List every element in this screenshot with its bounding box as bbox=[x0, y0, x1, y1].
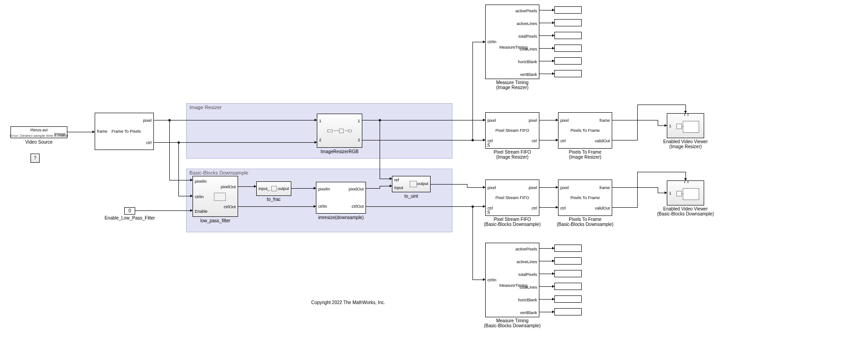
video-source-caption: Video Source bbox=[10, 140, 67, 145]
help-icon: ? bbox=[34, 155, 36, 160]
lpf-in1: pixelIn bbox=[195, 179, 207, 184]
fifo1-cap: Pixel Stream FIFO bbox=[485, 150, 539, 155]
viewer2-sub: (Basic-Blocks Downsample) bbox=[655, 211, 716, 216]
fifo2-sub: (Basic-Blocks Downsample) bbox=[476, 222, 548, 227]
mt2-disp-0 bbox=[554, 245, 582, 252]
mt2-p0: activePixels bbox=[515, 247, 537, 251]
fifo2-cap: Pixel Stream FIFO bbox=[476, 217, 548, 222]
fifo2-name: Pixel Stream FIFO bbox=[486, 195, 539, 200]
downsample-block[interactable]: pixelIn ctrlIn pixelOut ctrlOut bbox=[316, 182, 366, 214]
tofrac-out: output bbox=[278, 186, 289, 191]
image-resizer-block[interactable]: 1 2 1 2 bbox=[317, 114, 362, 148]
lpf-in2: ctrlIn bbox=[195, 195, 204, 199]
viewer1-sub: (Image Resizer) bbox=[660, 144, 711, 149]
enable-caption: Enable_Low_Pass_Filter bbox=[101, 215, 158, 220]
fifo-resizer-block[interactable]: pixel ctrl pixel ctrl Pixel Stream FIFO … bbox=[485, 112, 539, 149]
mt1-p2: totalPixels bbox=[518, 34, 537, 39]
p2f1-in1: pixel bbox=[560, 118, 569, 123]
mt1-in: ctrlIn bbox=[487, 40, 497, 44]
p2f2-in2: ctrl bbox=[560, 206, 566, 210]
f2p-out-ctrl: ctrl bbox=[146, 140, 152, 145]
mt2-p2: totalPixels bbox=[518, 272, 537, 277]
ir-in2: 2 bbox=[319, 138, 321, 142]
fifo-basic-block[interactable]: pixel ctrl pixel ctrl Pixel Stream FIFO … bbox=[485, 180, 539, 216]
viewer1-cap: Enabled Video Viewer bbox=[660, 139, 711, 144]
viewer-basic-block[interactable]: 1 bbox=[667, 180, 704, 205]
mt1-disp-5 bbox=[554, 70, 582, 77]
mt1-disp-2 bbox=[554, 32, 582, 39]
viewer2-p: 1 bbox=[669, 191, 671, 195]
p2f1-name: Pixels To Frame bbox=[558, 128, 612, 133]
mt2-in: ctrlIn bbox=[487, 278, 497, 282]
p2f-basic-block[interactable]: pixel ctrl frame validOut Pixels To Fram… bbox=[558, 180, 612, 216]
mt2-p3: totalLines bbox=[519, 285, 537, 290]
video-source-block[interactable]: rhinos.avi Image Error: Desired sample t… bbox=[10, 126, 67, 138]
mt1-disp-0 bbox=[554, 6, 582, 14]
lpf-out1: pixelOut bbox=[221, 185, 236, 189]
p2f2-sub: (Basic-Blocks Downsample) bbox=[549, 222, 621, 227]
ds-in1: pixelIn bbox=[318, 187, 330, 191]
to-uint-block[interactable]: ref input output bbox=[392, 176, 431, 192]
enable-constant[interactable]: 0 bbox=[124, 207, 135, 215]
to-frac-block[interactable]: input_ output bbox=[256, 181, 291, 196]
viewer-resizer-block[interactable]: 1 bbox=[667, 113, 704, 138]
fifo2-out2: ctrl bbox=[532, 206, 537, 210]
tofrac-in: input_ bbox=[259, 186, 270, 191]
viewer2-cap: Enabled Video Viewer bbox=[655, 206, 716, 211]
fifo1-name: Pixel Stream FIFO bbox=[486, 128, 539, 133]
help-block[interactable]: ? bbox=[30, 154, 40, 163]
touint-in2: input bbox=[394, 185, 403, 190]
low-pass-filter-block[interactable]: pixelIn ctrlIn Enable pixelOut ctrlOut bbox=[193, 176, 238, 217]
lpf-caption: low_pass_filter bbox=[193, 218, 238, 223]
p2f2-out2: validOut bbox=[595, 206, 610, 210]
diagram-canvas: Image Resizer Basic-Blocks Downsample rh… bbox=[0, 0, 868, 360]
tofrac-caption: to_frac bbox=[256, 197, 291, 202]
mt2-disp-5 bbox=[554, 308, 582, 315]
ir-in1: 1 bbox=[319, 119, 321, 123]
area-resizer-title: Image Resizer bbox=[189, 105, 222, 110]
mt1-p3: totalLines bbox=[519, 47, 537, 51]
p2f1-cap: Pixels To Frame bbox=[558, 150, 612, 155]
video-source-error: Error: Desired sample time is invalid bbox=[8, 134, 70, 138]
f2p-name: Frame To Pixels bbox=[112, 129, 141, 134]
mt2-disp-4 bbox=[554, 295, 582, 303]
mt2-p1: activeLines bbox=[517, 260, 537, 264]
fifo1-out1: pixel bbox=[528, 118, 537, 123]
ir-out1: 1 bbox=[358, 119, 360, 123]
mt1-p4: horizBlank bbox=[518, 60, 537, 64]
fifo2-in1: pixel bbox=[487, 185, 496, 190]
frame-to-pixels-block[interactable]: frame Frame To Pixels pixel ctrl bbox=[95, 113, 154, 150]
mt2-disp-3 bbox=[554, 283, 582, 290]
fifo2-s: S bbox=[487, 209, 490, 216]
p2f1-out1: frame bbox=[599, 118, 610, 123]
p2f1-sub: (Image Resizer) bbox=[558, 155, 612, 160]
fifo1-out2: ctrl bbox=[532, 139, 537, 143]
measure-timing-resizer[interactable]: ctrlIn MeasureTiming activePixels active… bbox=[485, 5, 539, 79]
fifo1-in1: pixel bbox=[487, 118, 496, 123]
ir-out2: 2 bbox=[358, 138, 360, 142]
mt2-p5: vertBlank bbox=[520, 310, 537, 315]
measure-timing-basic[interactable]: ctrlIn MeasureTiming activePixels active… bbox=[485, 243, 539, 317]
mt2-p4: horizBlank bbox=[518, 298, 537, 302]
p2f2-out1: frame bbox=[599, 185, 610, 190]
mt1-sub: (Image Resizer) bbox=[485, 85, 539, 90]
ds-caption: imresize(downsample) bbox=[316, 215, 366, 220]
ds-out1: pixelOut bbox=[349, 187, 364, 191]
mt1-p0: activePixels bbox=[515, 9, 537, 13]
p2f2-name: Pixels To Frame bbox=[558, 195, 612, 200]
f2p-in: frame bbox=[97, 129, 107, 134]
p2f-resizer-block[interactable]: pixel ctrl frame validOut Pixels To Fram… bbox=[558, 112, 612, 149]
f2p-out-pixel: pixel bbox=[143, 118, 152, 123]
touint-in1: ref bbox=[394, 178, 399, 182]
fifo1-sub: (Image Resizer) bbox=[485, 155, 539, 160]
mt1-p1: activeLines bbox=[517, 21, 537, 26]
mt2-disp-1 bbox=[554, 257, 582, 265]
ir-caption: ImageResizerRGB bbox=[317, 149, 362, 154]
fifo2-out1: pixel bbox=[528, 185, 537, 190]
p2f2-cap: Pixels To Frame bbox=[549, 217, 621, 222]
mt2-sub: (Basic-Blocks Downsample) bbox=[476, 323, 548, 328]
p2f2-in1: pixel bbox=[560, 185, 569, 190]
touint-out: output bbox=[417, 181, 428, 186]
viewer1-p: 1 bbox=[669, 124, 671, 128]
mt1-disp-3 bbox=[554, 45, 582, 52]
